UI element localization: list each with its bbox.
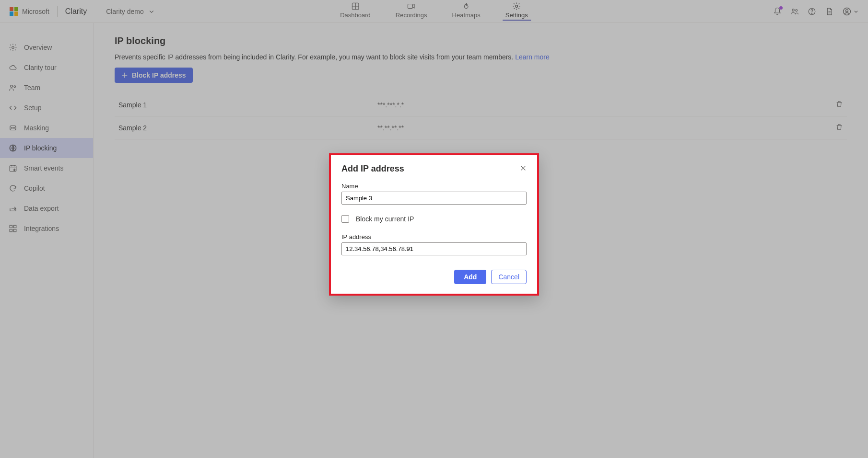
close-icon [520, 165, 527, 172]
ip-input[interactable] [341, 242, 527, 255]
block-current-ip-label: Block my current IP [356, 215, 414, 223]
add-ip-modal: Add IP address Name Block my current IP … [331, 155, 537, 294]
highlight-frame: Add IP address Name Block my current IP … [329, 153, 539, 296]
ip-label: IP address [341, 233, 527, 240]
block-current-ip-checkbox[interactable] [341, 215, 349, 223]
modal-overlay: Add IP address Name Block my current IP … [0, 0, 868, 458]
modal-title: Add IP address [341, 164, 404, 174]
close-button[interactable] [520, 165, 527, 173]
name-label: Name [341, 183, 527, 190]
add-button[interactable]: Add [454, 270, 486, 284]
name-input[interactable] [341, 192, 527, 205]
cancel-button[interactable]: Cancel [491, 270, 527, 284]
